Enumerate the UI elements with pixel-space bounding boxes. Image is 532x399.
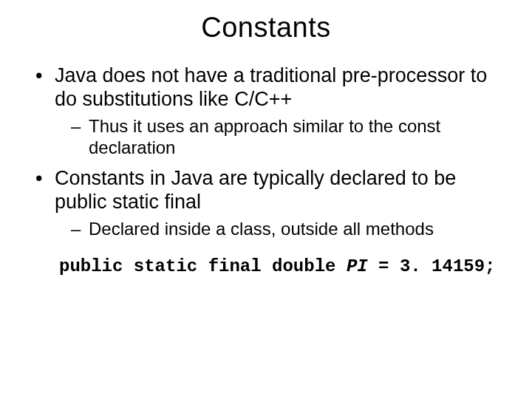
sub-bullet-item: Thus it uses an approach similar to the … — [69, 116, 502, 159]
bullet-item: Java does not have a traditional pre-pro… — [30, 64, 502, 158]
bullet-text: Constants in Java are typically declared… — [55, 167, 456, 213]
bullet-item: Constants in Java are typically declared… — [30, 167, 502, 240]
sub-bullet-list: Thus it uses an approach similar to the … — [55, 116, 502, 159]
sub-bullet-text: Declared inside a class, outside all met… — [89, 219, 434, 239]
sub-bullet-item: Declared inside a class, outside all met… — [69, 219, 502, 240]
sub-bullet-text: Thus it uses an approach similar to the … — [89, 116, 440, 157]
slide-title: Constants — [0, 12, 532, 44]
code-prefix: public static final double — [59, 256, 347, 276]
slide: Constants Java does not have a tradition… — [0, 0, 532, 399]
bullet-list: Java does not have a traditional pre-pro… — [0, 64, 532, 240]
bullet-text: Java does not have a traditional pre-pro… — [55, 64, 487, 110]
sub-bullet-list: Declared inside a class, outside all met… — [55, 219, 502, 240]
code-identifier: PI — [347, 256, 368, 276]
code-suffix: = 3. 14159; — [368, 256, 496, 276]
code-example: public static final double PI = 3. 14159… — [59, 256, 532, 276]
